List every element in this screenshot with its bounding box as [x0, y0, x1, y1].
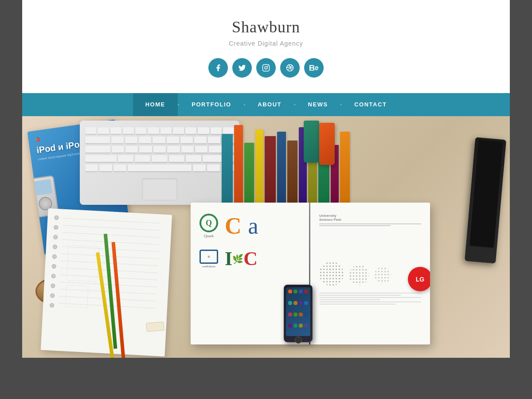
nav-link-about[interactable]: ABOUT [245, 93, 294, 116]
logo-a-blue: a [248, 215, 258, 238]
facebook-icon[interactable] [208, 58, 228, 78]
nav-item-news: NEWS [296, 93, 340, 116]
svg-rect-0 [263, 65, 270, 71]
nav-item-portfolio: PORTFOLIO [179, 93, 243, 116]
nav-item-about: ABOUT [245, 93, 294, 116]
lg-logo: LG [408, 267, 430, 291]
drink-can-1 [304, 121, 319, 163]
nav-link-portfolio[interactable]: PORTFOLIO [179, 93, 243, 116]
nav-item-home: HOME [133, 93, 178, 116]
hero-section: 🍎 iPod и iPod mini самые популярные mp3-… [22, 116, 510, 358]
main-navigation: HOME ● PORTFOLIO ● ABOUT ● NEWS ● [22, 93, 510, 116]
svg-point-1 [265, 66, 267, 69]
nav-item-contact: CONTACT [342, 93, 399, 116]
nav-link-contact[interactable]: CONTACT [342, 93, 399, 116]
ilc-logo: I [225, 249, 232, 269]
quark-label: Quark [204, 234, 214, 238]
svg-point-2 [267, 66, 268, 66]
page-wrapper: Shawburn Creative Digital Agency [22, 0, 510, 358]
twitter-icon[interactable] [232, 58, 252, 78]
nav-link-news[interactable]: NEWS [296, 93, 340, 116]
behance-icon[interactable] [304, 58, 324, 78]
conedison-label: conEdison [202, 265, 215, 268]
site-header: Shawburn Creative Digital Agency [22, 0, 510, 93]
logo-c-red: C [243, 249, 258, 269]
logo-ca-orange: C [225, 215, 242, 238]
dark-tablet-prop [465, 137, 506, 263]
eraser-prop [146, 321, 164, 332]
phone-on-book-prop [284, 285, 313, 342]
instagram-icon[interactable] [256, 58, 276, 78]
drink-can-2 [319, 123, 335, 165]
site-title: Shawburn [31, 18, 501, 36]
nav-link-home[interactable]: HOME [133, 93, 178, 116]
site-tagline: Creative Digital Agency [31, 40, 501, 47]
dribbble-icon[interactable] [280, 58, 300, 78]
nav-items-list: HOME ● PORTFOLIO ● ABOUT ● NEWS ● [133, 93, 399, 116]
hero-scene: 🍎 iPod и iPod mini самые популярные mp3-… [22, 116, 510, 358]
social-icons-bar [31, 58, 501, 78]
